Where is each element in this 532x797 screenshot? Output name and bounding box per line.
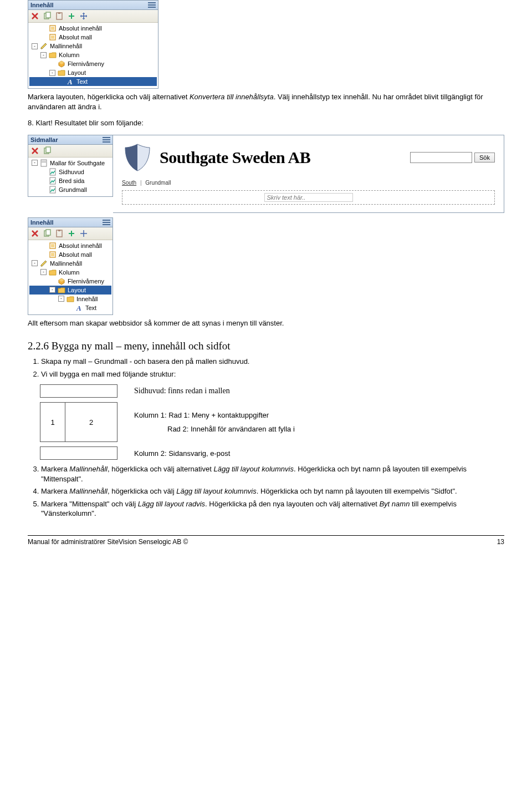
schematic-label: Kolumn 2: Sidansvarig, e-post <box>134 449 230 458</box>
tree-label: Absolut mall <box>59 34 92 40</box>
svg-rect-16 <box>46 147 50 153</box>
breadcrumb-link[interactable]: South <box>122 180 136 186</box>
tree: Absolut innehållAbsolut mall-Mallinnehål… <box>28 240 112 314</box>
paragraph: Markera layouten, högerklicka och välj a… <box>28 92 504 111</box>
collapse-icon[interactable]: - <box>32 160 38 166</box>
pencil-icon <box>40 260 48 267</box>
tree-row[interactable]: Absolut innehåll <box>29 241 111 250</box>
add-icon[interactable] <box>67 229 76 238</box>
box-icon <box>49 33 57 41</box>
box-icon <box>49 251 57 258</box>
collapse-icon[interactable]: - <box>32 260 38 266</box>
schematic-label: Kolumn 1: Rad 1: Meny + kontaktuppgifter <box>134 411 295 419</box>
panel-toolbar <box>28 145 112 158</box>
tree-row[interactable]: Bred sida <box>29 176 111 185</box>
panel-menu-icon[interactable] <box>148 2 156 8</box>
collapse-icon[interactable]: - <box>32 43 38 49</box>
box-icon <box>49 242 57 250</box>
panel-title: Innehåll <box>30 2 54 8</box>
svg-rect-1 <box>148 4 156 6</box>
tree-row[interactable]: -Innehåll <box>29 295 111 303</box>
cube-icon <box>58 277 65 285</box>
tree-row[interactable]: -Mallinnehåll <box>29 42 157 50</box>
delete-icon[interactable] <box>30 229 39 238</box>
panel-menu-icon[interactable] <box>103 220 110 225</box>
footer-left: Manual för administratörer SiteVision Se… <box>28 538 188 546</box>
tree-row[interactable]: -Kolumn <box>29 268 111 277</box>
search-input[interactable] <box>410 152 472 163</box>
list-item: Markera Mallinnehåll, högerklicka och vä… <box>41 464 504 484</box>
tree-row[interactable]: Grundmall <box>29 185 111 194</box>
copy-icon[interactable] <box>43 229 52 238</box>
move-icon[interactable] <box>79 12 88 21</box>
tree-row[interactable]: Absolut mall <box>29 250 111 259</box>
delete-icon[interactable] <box>30 146 39 155</box>
svg-rect-14 <box>103 141 110 143</box>
tree-label: Mallinnehåll <box>50 260 82 267</box>
tree-label: Kolumn <box>59 52 79 58</box>
footer-page-number: 13 <box>497 538 504 546</box>
tree-label: Text <box>76 78 88 85</box>
tree-row[interactable]: -Layout <box>29 286 111 295</box>
tree-label: Flernivåmeny <box>68 278 104 285</box>
breadcrumb-current: Grundmall <box>145 180 171 186</box>
tree-row[interactable]: Absolut mall <box>29 33 157 42</box>
folder-icon <box>58 69 65 77</box>
svg-rect-13 <box>103 139 110 140</box>
collapse-icon[interactable]: - <box>49 287 55 293</box>
pencil-icon <box>40 42 48 50</box>
list-item: Vi vill bygga en mall med följande struk… <box>41 369 504 379</box>
tree-row[interactable]: -Kolumn <box>29 50 157 59</box>
tree-label: Text <box>85 304 96 311</box>
panel-title: Innehåll <box>30 219 54 226</box>
tree-row[interactable]: AText <box>29 77 157 86</box>
collapse-icon[interactable]: - <box>40 52 47 58</box>
tree-row[interactable]: -Mallinnehåll <box>29 259 111 268</box>
tree-row[interactable]: Sidhuvud <box>29 167 111 176</box>
paragraph: Allt eftersom man skapar webbsidor så ko… <box>28 318 504 328</box>
tree: -Mallar för SouthgateSidhuvudBred sidaGr… <box>28 158 112 196</box>
schematic-label: Rad 2: Innehåll för användaren att fylla… <box>167 425 295 433</box>
preview-pane: Southgate Sweden AB Sök South | Grundmal… <box>113 135 504 213</box>
tree-label: Mallar för Southgate <box>50 160 105 166</box>
svg-rect-24 <box>103 222 110 223</box>
copy-icon[interactable] <box>43 12 52 21</box>
tree-row[interactable]: Flernivåmeny <box>29 59 157 68</box>
folder-icon <box>66 295 74 303</box>
search-button[interactable]: Sök <box>474 153 495 163</box>
tree-label: Layout <box>68 287 86 293</box>
svg-rect-18 <box>42 161 46 161</box>
tree-row[interactable]: -Layout <box>29 68 157 77</box>
copy-icon[interactable] <box>43 146 52 155</box>
delete-icon[interactable] <box>30 12 39 21</box>
cube-icon <box>58 60 65 68</box>
svg-rect-29 <box>58 230 60 231</box>
panel-header: Innehåll <box>28 218 112 227</box>
innehall-panel: Innehåll Absolut innehållAbsolut mall-Ma… <box>28 0 158 89</box>
paste-icon[interactable] <box>55 12 64 21</box>
text-a-icon: A <box>75 304 83 312</box>
folder-icon <box>49 268 57 276</box>
paste-icon[interactable] <box>55 229 64 238</box>
svg-rect-27 <box>46 230 50 235</box>
schematic-header-box <box>40 384 117 398</box>
svg-rect-4 <box>46 12 50 18</box>
panel-menu-icon[interactable] <box>103 137 110 143</box>
move-icon[interactable] <box>79 229 88 238</box>
tree-label: Sidhuvud <box>59 169 84 175</box>
add-icon[interactable] <box>67 12 76 21</box>
tree-row[interactable]: -Mallar för Southgate <box>29 159 111 167</box>
placeholder-input[interactable]: Skriv text här.. <box>264 193 353 202</box>
layout-schematic: Sidhuvud: finns redan i mallen 1 2 Kolum… <box>40 384 504 460</box>
tree-row[interactable]: Flernivåmeny <box>29 277 111 286</box>
panel-header: Innehåll <box>28 1 158 10</box>
tree-row[interactable]: Absolut innehåll <box>29 24 157 33</box>
schematic-label: Sidhuvud: finns redan i mallen <box>134 387 230 395</box>
page-green-icon <box>49 168 57 176</box>
page-icon <box>40 159 48 167</box>
collapse-icon[interactable]: - <box>49 70 55 76</box>
tree-row[interactable]: AText <box>29 303 111 312</box>
svg-text:A: A <box>67 78 73 85</box>
collapse-icon[interactable]: - <box>40 269 47 275</box>
collapse-icon[interactable]: - <box>58 296 64 302</box>
